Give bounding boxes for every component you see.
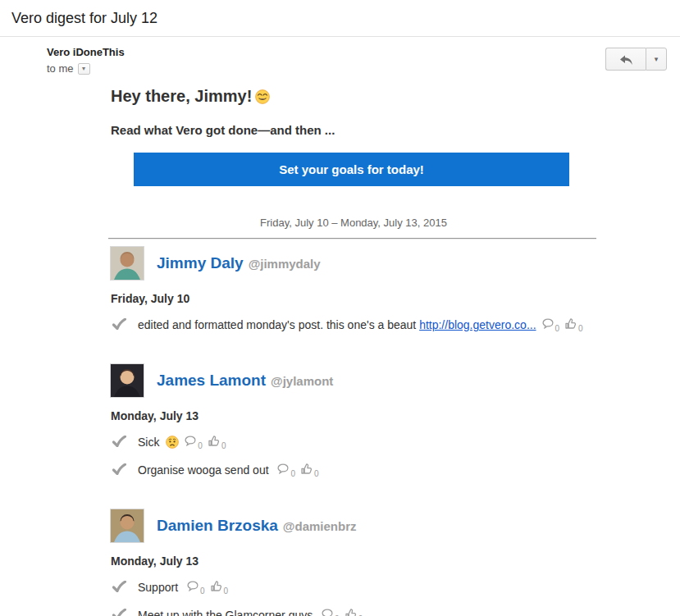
comment-icon: [187, 581, 199, 591]
comment-icon: [322, 609, 333, 616]
comment-icon: [542, 318, 554, 329]
check-icon: [112, 581, 126, 592]
comment-count: 0: [555, 321, 560, 336]
thread-header: Vero digest for July 12: [0, 0, 680, 36]
task-text: Support: [138, 581, 181, 594]
reply-button-group: ▾: [605, 48, 667, 71]
reply-button[interactable]: [605, 48, 646, 71]
recipient-row: to me ▾: [47, 62, 125, 75]
comment-count: 0: [290, 466, 295, 481]
thumbs-up-icon: [565, 318, 577, 329]
check-icon: [112, 463, 126, 475]
check-icon: [112, 436, 126, 447]
person-name[interactable]: James Lamont: [157, 372, 266, 390]
comment-count: 0: [200, 583, 205, 599]
like-count: 0: [358, 611, 363, 616]
person-section: James Lamont @jylamont Monday, July 13 S…: [111, 364, 596, 478]
greeting-text: Hey there, Jimmy!: [111, 87, 252, 105]
task-text: Organise wooga send out: [138, 463, 272, 477]
task-row: edited and formatted monday's post. this…: [111, 316, 596, 333]
likes-stat[interactable]: 0: [565, 316, 583, 331]
comments-stat[interactable]: 0: [322, 606, 340, 616]
check-icon: [112, 609, 126, 616]
likes-stat[interactable]: 0: [345, 606, 363, 616]
avatar[interactable]: [111, 509, 144, 542]
person-handle: @jylamont: [271, 374, 333, 388]
sender-block: Vero iDoneThis to me ▾: [47, 46, 125, 75]
day-heading: Monday, July 13: [111, 554, 596, 568]
person-header: Damien Brzoska @damienbrz: [111, 509, 596, 542]
intro-text: Read what Vero got done—and then ...: [111, 123, 596, 137]
task-row: Sick 00: [111, 433, 596, 450]
comments-stat[interactable]: 0: [277, 461, 295, 477]
avatar[interactable]: [111, 247, 144, 280]
task-row: Organise wooga send out 00: [111, 461, 596, 478]
show-details-button[interactable]: ▾: [78, 63, 90, 75]
digest-date-range: Friday, July 10 – Monday, July 13, 2015: [111, 217, 596, 229]
like-count: 0: [221, 438, 226, 454]
like-count: 0: [314, 466, 319, 481]
likes-stat[interactable]: 0: [211, 578, 229, 594]
worried-face-emoji: [166, 436, 179, 449]
more-actions-button[interactable]: ▾: [646, 48, 667, 71]
day-heading: Monday, July 13: [111, 409, 596, 422]
like-count: 0: [224, 583, 229, 599]
task-text: Sick: [138, 436, 162, 449]
task-row: Support 00: [111, 578, 596, 595]
person-handle: @jimmydaly: [249, 257, 321, 271]
email-body: Hey there, Jimmy! Read what Vero got don…: [111, 87, 596, 616]
task-text: Meet up with the Glamcorner guys: [138, 609, 316, 616]
sender-name[interactable]: Vero iDoneThis: [47, 46, 125, 58]
comment-icon: [185, 436, 196, 446]
task-link[interactable]: http://blog.getvero.co...: [419, 318, 536, 331]
section-divider: [108, 238, 596, 240]
person-header: James Lamont @jylamont: [111, 364, 596, 397]
comments-stat[interactable]: 0: [187, 578, 205, 594]
person-section: Damien Brzoska @damienbrz Monday, July 1…: [111, 509, 596, 616]
likes-stat[interactable]: 0: [301, 461, 319, 477]
avatar[interactable]: [111, 364, 144, 397]
thumbs-up-icon: [208, 436, 220, 446]
person-name[interactable]: Jimmy Daly: [157, 254, 244, 272]
email-subject: Vero digest for July 12: [11, 10, 667, 27]
set-goals-button[interactable]: Set your goals for today!: [134, 153, 569, 186]
thumbs-up-icon: [301, 463, 313, 474]
check-icon: [112, 318, 126, 330]
comments-stat[interactable]: 0: [185, 433, 203, 449]
person-name[interactable]: Damien Brzoska: [157, 517, 278, 535]
grinning-face-emoji: [255, 89, 270, 104]
person-header: Jimmy Daly @jimmydaly: [111, 247, 596, 280]
person-section: Jimmy Daly @jimmydaly Friday, July 10 ed…: [111, 247, 596, 333]
comment-count: 0: [335, 611, 340, 616]
likes-stat[interactable]: 0: [208, 433, 226, 449]
comments-stat[interactable]: 0: [542, 316, 560, 331]
recipient-label: to me: [47, 62, 74, 75]
person-handle: @damienbrz: [283, 519, 357, 533]
task-text: edited and formatted monday's post. this…: [138, 318, 419, 331]
like-count: 0: [578, 321, 583, 336]
task-row: Meet up with the Glamcorner guys 00: [111, 606, 596, 616]
message-header: Vero iDoneThis to me ▾ ▾: [0, 37, 680, 75]
thumbs-up-icon: [345, 609, 357, 616]
comment-icon: [277, 463, 289, 474]
greeting-heading: Hey there, Jimmy!: [111, 87, 596, 106]
reply-arrow-icon: [618, 52, 634, 66]
comment-count: 0: [198, 438, 203, 454]
thumbs-up-icon: [211, 581, 222, 591]
day-heading: Friday, July 10: [111, 292, 596, 305]
